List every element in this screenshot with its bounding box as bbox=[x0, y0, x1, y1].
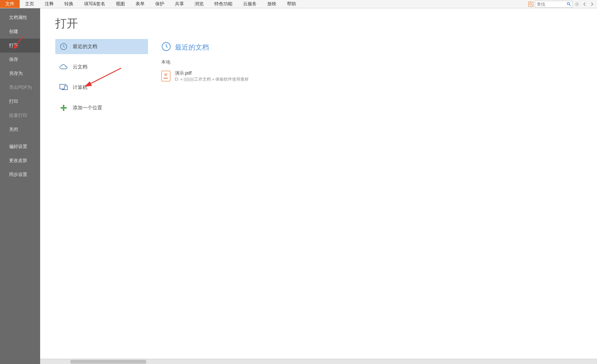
svg-rect-9 bbox=[64, 86, 67, 90]
open-locations-column: 打开 最近的文档 云文档 计算机 bbox=[40, 8, 150, 364]
location-label: 最近的文档 bbox=[73, 43, 97, 50]
ribbon-tab-home[interactable]: 主页 bbox=[20, 0, 39, 8]
svg-rect-8 bbox=[62, 89, 64, 90]
ribbon-tab-fillsign[interactable]: 填写&签名 bbox=[79, 0, 111, 8]
page-title: 打开 bbox=[55, 16, 150, 31]
sidebar-item-sync[interactable]: 同步设置 bbox=[0, 168, 40, 182]
ribbon-tab-protect[interactable]: 保护 bbox=[150, 0, 170, 8]
sidebar-item-export[interactable]: 导出PDF为 bbox=[0, 81, 40, 95]
horizontal-scrollbar[interactable] bbox=[40, 359, 597, 364]
file-sidebar: 文档属性 创建 打开 保存 另存为 导出PDF为 打印 批量打印 关闭 偏好设置… bbox=[0, 8, 40, 364]
sidebar-item-properties[interactable]: 文档属性 bbox=[0, 11, 40, 25]
svg-point-3 bbox=[567, 2, 570, 5]
location-label: 计算机 bbox=[73, 84, 87, 91]
svg-line-2 bbox=[531, 4, 532, 5]
content-header-title: 最近的文档 bbox=[175, 43, 209, 52]
clock-icon bbox=[161, 42, 171, 53]
gear-icon[interactable] bbox=[574, 1, 580, 8]
svg-point-5 bbox=[576, 3, 578, 5]
location-label: 添加一个位置 bbox=[73, 104, 102, 111]
cloud-icon bbox=[59, 62, 68, 72]
nav-next-icon[interactable] bbox=[589, 1, 595, 8]
file-path: D: » 工作文档 » 体验软件使用素材 bbox=[175, 76, 249, 82]
ribbon-tab-file[interactable]: 文件 bbox=[0, 0, 20, 8]
ribbon-tab-view[interactable]: 视图 bbox=[111, 0, 130, 8]
sidebar-item-print[interactable]: 打印 bbox=[0, 95, 40, 109]
location-computer[interactable]: 计算机 bbox=[55, 80, 148, 95]
ribbon-tab-slideshow[interactable]: 放映 bbox=[262, 0, 282, 8]
ribbon-bar: 文件 主页 注释 转换 填写&签名 视图 表单 保护 共享 浏览 特色功能 云服… bbox=[0, 0, 597, 8]
sidebar-item-preferences[interactable]: 偏好设置 bbox=[0, 140, 40, 154]
sidebar-item-create[interactable]: 创建 bbox=[0, 25, 40, 39]
section-local-label: 本地 bbox=[161, 59, 597, 65]
ribbon-tab-form[interactable]: 表单 bbox=[130, 0, 150, 8]
search-icon[interactable] bbox=[566, 1, 572, 7]
sidebar-item-save[interactable]: 保存 bbox=[0, 53, 40, 67]
highlight-search-icon[interactable] bbox=[527, 1, 534, 8]
location-recent[interactable]: 最近的文档 bbox=[55, 39, 148, 54]
search-input[interactable] bbox=[535, 2, 566, 6]
pdf-file-icon: PDF bbox=[161, 71, 170, 81]
computer-icon bbox=[59, 83, 68, 92]
recent-file-row[interactable]: PDF 演示.pdf D: » 工作文档 » 体验软件使用素材 bbox=[161, 68, 597, 84]
sidebar-item-open[interactable]: 打开 bbox=[0, 39, 40, 53]
ribbon-tab-features[interactable]: 特色功能 bbox=[209, 0, 238, 8]
svg-line-4 bbox=[569, 4, 571, 6]
ribbon-tab-share[interactable]: 共享 bbox=[170, 0, 189, 8]
sidebar-item-batchprint[interactable]: 批量打印 bbox=[0, 109, 40, 123]
svg-rect-0 bbox=[528, 2, 533, 6]
location-label: 云文档 bbox=[73, 64, 87, 70]
search-box[interactable] bbox=[535, 1, 573, 8]
ribbon-tab-browse[interactable]: 浏览 bbox=[189, 0, 209, 8]
content-column: 最近的文档 本地 PDF 演示.pdf D: » 工作文档 » 体验软件使用素材 bbox=[150, 8, 597, 364]
location-cloud[interactable]: 云文档 bbox=[55, 59, 148, 75]
clock-icon bbox=[59, 42, 68, 51]
sidebar-item-close[interactable]: 关闭 bbox=[0, 123, 40, 137]
sidebar-item-skin[interactable]: 更改皮肤 bbox=[0, 154, 40, 168]
ribbon-tab-comment[interactable]: 注释 bbox=[39, 0, 59, 8]
plus-icon bbox=[59, 103, 68, 112]
location-add[interactable]: 添加一个位置 bbox=[55, 100, 148, 115]
sidebar-item-saveas[interactable]: 另存为 bbox=[0, 67, 40, 81]
scrollbar-thumb[interactable] bbox=[70, 360, 146, 364]
svg-point-11 bbox=[165, 73, 167, 76]
ribbon-tab-cloud[interactable]: 云服务 bbox=[238, 0, 262, 8]
file-name: 演示.pdf bbox=[175, 70, 249, 76]
ribbon-tab-help[interactable]: 帮助 bbox=[282, 0, 301, 8]
ribbon-tab-convert[interactable]: 转换 bbox=[59, 0, 79, 8]
nav-prev-icon[interactable] bbox=[581, 1, 588, 8]
